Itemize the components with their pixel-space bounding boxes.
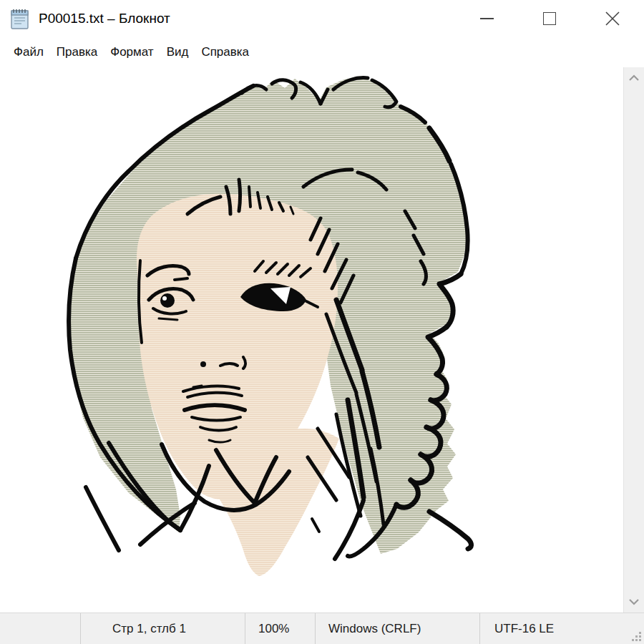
notepad-window: P00015.txt – Блокнот Файл Правка Формат … <box>0 0 644 644</box>
status-line-ending: Windows (CRLF) <box>315 613 479 644</box>
menu-bar: Файл Правка Формат Вид Справка <box>0 37 644 67</box>
close-button[interactable] <box>581 0 644 37</box>
scroll-up-button[interactable] <box>624 67 644 89</box>
status-bar: Стр 1, стлб 1 100% Windows (CRLF) UTF-16… <box>0 613 644 644</box>
menu-help[interactable]: Справка <box>195 37 255 67</box>
scroll-down-button[interactable] <box>624 591 644 613</box>
window-controls <box>455 0 644 37</box>
menu-edit[interactable]: Правка <box>50 37 104 67</box>
text-area[interactable] <box>0 67 644 613</box>
chevron-up-icon <box>628 74 640 82</box>
title-bar: P00015.txt – Блокнот <box>0 0 644 37</box>
notepad-icon <box>10 8 30 29</box>
left-iris <box>160 293 175 308</box>
nostril-dot <box>200 361 206 367</box>
menu-view[interactable]: Вид <box>160 37 195 67</box>
status-spacer <box>0 613 80 644</box>
maximize-button[interactable] <box>518 0 581 37</box>
minimize-icon <box>480 18 494 19</box>
chevron-down-icon <box>628 598 640 605</box>
sketch-portrait <box>0 67 624 613</box>
menu-format[interactable]: Формат <box>104 37 160 67</box>
maximize-icon <box>543 12 556 25</box>
vertical-scrollbar[interactable] <box>623 67 644 613</box>
minimize-button[interactable] <box>455 0 518 37</box>
window-title: P00015.txt – Блокнот <box>39 11 170 26</box>
resize-grip-icon[interactable] <box>630 630 643 643</box>
status-cursor-position: Стр 1, стлб 1 <box>80 613 245 644</box>
close-icon <box>605 11 620 26</box>
menu-file[interactable]: Файл <box>7 37 50 67</box>
status-encoding: UTF-16 LE <box>479 613 644 644</box>
status-zoom-level: 100% <box>245 613 315 644</box>
